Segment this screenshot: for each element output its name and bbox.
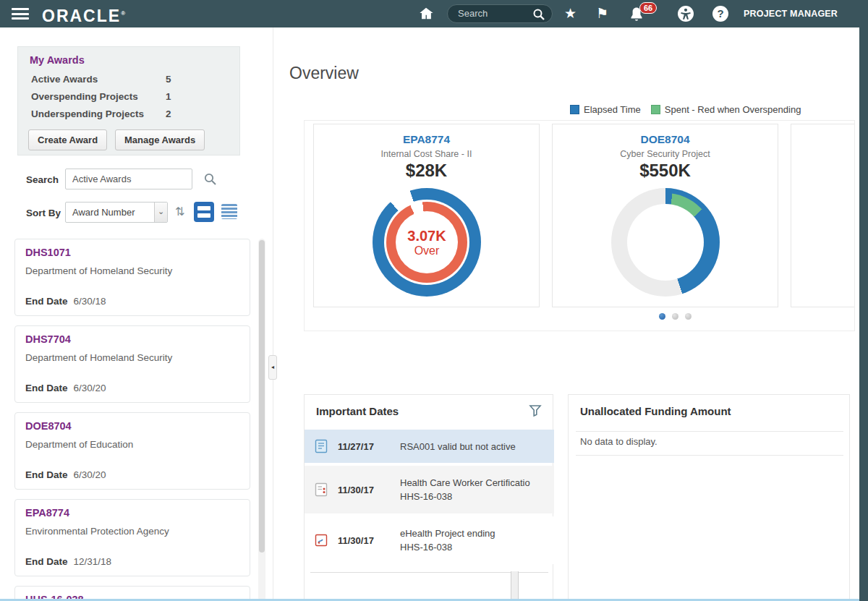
award-card-doe8704[interactable]: DOE8704 Department of Education End Date… [14, 412, 250, 490]
panel-divider [273, 27, 273, 601]
scrollbar-thumb[interactable] [259, 240, 265, 553]
award-agency: Department of Education [25, 439, 133, 450]
date-row-selected[interactable]: 11/27/17 RSA001 valid but not active [305, 430, 554, 463]
sort-by-value: Award Number [72, 207, 135, 218]
pagination-dot-3[interactable] [685, 313, 692, 320]
chart-project-name: Cyber Security Project [553, 149, 778, 159]
legend-swatch-green [651, 105, 660, 114]
date-description: eHealth Project endingHHS-16-038 [400, 527, 553, 554]
help-icon[interactable]: ? [712, 6, 728, 22]
unallocated-funding-title: Unallocated Funding Amount [580, 405, 731, 417]
empty-state-text: No data to display. [580, 436, 658, 447]
search-placeholder: Search [458, 8, 488, 19]
sort-by-label: Sort By [26, 208, 61, 218]
award-card-epa8774[interactable]: EPA8774 Environmental Protection Agency … [14, 499, 250, 576]
award-number-link[interactable]: DHS1071 [25, 247, 71, 258]
award-number-link[interactable]: DHS7704 [25, 333, 71, 345]
award-card-dhs7704[interactable]: DHS7704 Department of Homeland Security … [14, 325, 250, 403]
award-card-dhs1071[interactable]: DHS1071 Department of Homeland Security … [14, 239, 250, 316]
date-value: 11/30/17 [338, 485, 374, 495]
right-edge-strip [859, 0, 868, 601]
award-number-link[interactable]: EPA8774 [25, 507, 69, 519]
pagination-dot-2[interactable] [672, 313, 678, 320]
date-description: RSA001 valid but not active [400, 440, 553, 453]
stat-active-awards: Active Awards5 [31, 74, 226, 85]
date-value: 11/30/17 [338, 535, 374, 546]
overspend-value: 3.07K [407, 228, 446, 244]
carousel-pagination [659, 313, 692, 320]
awards-chart-carousel: EPA8774 Internal Cost Share - II $28K 3.… [304, 120, 855, 331]
card-view-toggle[interactable] [194, 202, 214, 222]
donut-chart-doe8704 [611, 188, 720, 297]
award-number-link[interactable]: DOE8704 [25, 420, 72, 432]
stat-overspending: Overspending Projects1 [31, 91, 226, 102]
award-end-date: End Date6/30/20 [25, 383, 106, 393]
award-agency: Department of Homeland Security [25, 352, 172, 363]
legend-spent: Spent - Red when Overspending [651, 104, 801, 115]
favorites-star-icon[interactable]: ★ [564, 0, 576, 27]
dates-list-scrollbar[interactable] [511, 571, 519, 601]
home-icon[interactable] [418, 6, 434, 22]
chart-award-link[interactable]: EPA8774 [314, 133, 539, 146]
filter-icon[interactable] [528, 404, 542, 418]
chart-amount: $28K [314, 161, 539, 181]
award-agency: Department of Homeland Security [25, 265, 172, 276]
user-menu[interactable]: PROJECT MANAGER (Broc...▼ [744, 0, 868, 27]
panel-collapse-handle[interactable]: ◂ [268, 355, 277, 380]
chart-card-epa8774[interactable]: EPA8774 Internal Cost Share - II $28K 3.… [313, 124, 540, 307]
date-row[interactable]: 11/30/17 Health Care Worker Certificatio… [305, 466, 554, 513]
certification-document-icon [315, 482, 328, 497]
sort-by-select[interactable]: Award Number ⌄ [65, 202, 168, 223]
oracle-logo[interactable]: ORACLE® [42, 0, 125, 27]
application-window: ORACLE® Search ★ ⚑ 66 ? PROJECT MANAGER … [0, 0, 868, 601]
divider [576, 431, 843, 432]
sort-direction-icon[interactable]: ⇅ [175, 205, 183, 218]
manage-awards-button[interactable]: Manage Awards [115, 129, 205, 150]
search-icon[interactable] [532, 7, 546, 22]
date-row[interactable]: 11/30/17 eHealth Project endingHHS-16-03… [305, 516, 554, 564]
award-end-date: End Date6/30/20 [25, 469, 106, 480]
global-search-input[interactable]: Search [447, 4, 553, 23]
award-document-icon [315, 439, 328, 453]
chart-amount: $550K [553, 161, 778, 181]
accessibility-icon[interactable] [678, 6, 694, 22]
create-award-button[interactable]: Create Award [28, 129, 107, 150]
search-submit-icon[interactable] [203, 172, 218, 187]
important-dates-card: Important Dates 11/27/17 RSA001 valid bu… [304, 394, 553, 601]
chart-project-name: Internal Cost Share - II [314, 149, 539, 159]
unallocated-funding-card: Unallocated Funding Amount No data to di… [568, 394, 850, 601]
awards-search-input[interactable] [65, 169, 192, 189]
top-navbar: ORACLE® Search ★ ⚑ 66 ? PROJECT MANAGER … [0, 0, 868, 27]
divider [576, 455, 843, 456]
project-document-icon [315, 533, 328, 547]
overspend-label: Over [414, 244, 440, 257]
legend-elapsed-time: Elapsed Time [570, 104, 641, 115]
award-agency: Environmental Protection Agency [25, 526, 169, 537]
hamburger-menu-icon[interactable] [12, 8, 29, 20]
chevron-down-icon[interactable]: ⌄ [154, 203, 167, 222]
legend-label: Spent - Red when Overspending [665, 104, 801, 115]
watchlist-flag-icon[interactable]: ⚑ [596, 0, 608, 27]
date-description: Health Care Worker CertificatioHHS-16-03… [400, 476, 553, 503]
stat-overspending-value: 1 [166, 91, 171, 102]
search-label: Search [26, 174, 59, 185]
stat-active-awards-value: 5 [166, 74, 171, 85]
award-end-date: End Date6/30/18 [25, 296, 106, 307]
user-menu-label: PROJECT MANAGER (Broc... [744, 9, 838, 46]
chart-award-link[interactable]: DOE8704 [553, 133, 778, 146]
my-awards-panel: My Awards Active Awards5 Overspending Pr… [17, 46, 240, 155]
date-value: 11/27/17 [338, 441, 374, 452]
notification-count-badge: 66 [639, 2, 657, 14]
award-list-scrollbar[interactable] [258, 239, 265, 601]
legend-swatch-blue [570, 105, 579, 114]
chart-card-partial[interactable] [791, 124, 855, 307]
pagination-dot-1[interactable] [659, 313, 665, 320]
donut-chart-epa8774: 3.07K Over [373, 188, 481, 297]
my-awards-title: My Awards [30, 54, 85, 66]
stat-underspending-value: 2 [166, 108, 171, 119]
chart-legend: Elapsed Time Spent - Red when Overspendi… [570, 104, 801, 115]
chart-card-doe8704[interactable]: DOE8704 Cyber Security Project $550K [552, 124, 778, 307]
legend-label: Elapsed Time [584, 104, 641, 115]
table-view-toggle[interactable] [221, 204, 237, 219]
stat-underspending: Underspending Projects2 [31, 108, 226, 119]
